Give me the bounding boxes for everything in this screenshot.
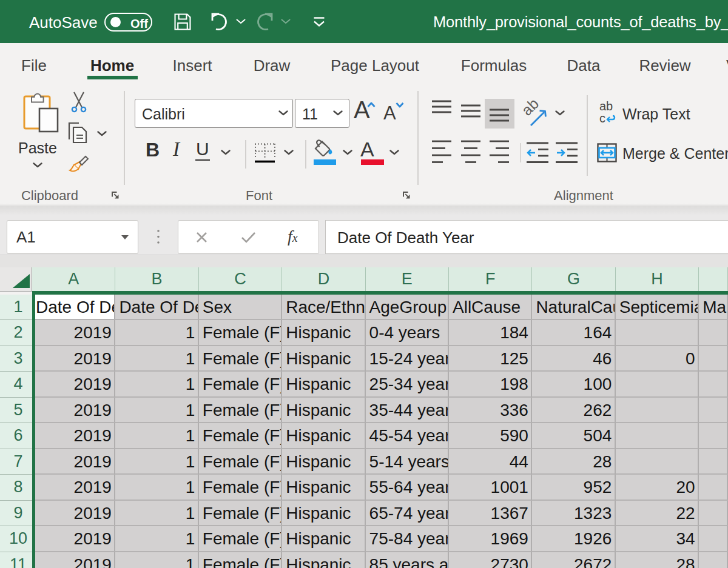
svg-text:c: c bbox=[599, 112, 605, 125]
svg-text:ab: ab bbox=[599, 100, 613, 113]
